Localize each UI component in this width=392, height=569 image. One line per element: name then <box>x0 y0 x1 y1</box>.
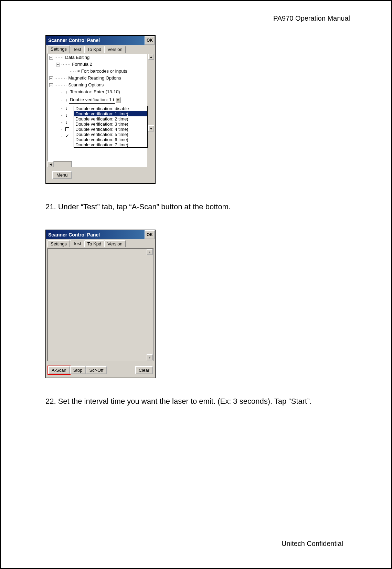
scroll-down-button[interactable]: ▼ <box>148 125 154 131</box>
tab-test[interactable]: Test <box>70 46 84 53</box>
content: Scanner Control Panel OK Settings Test T… <box>45 35 348 424</box>
verification-dropdown[interactable]: Double verification: disable Double veri… <box>74 106 148 148</box>
expander-minus-icon[interactable]: − <box>49 56 53 60</box>
expander-minus-icon[interactable]: − <box>56 63 60 66</box>
down-arrow-icon <box>65 97 68 102</box>
panel-body: −······ Data Editing −······ Formula 2 ·… <box>46 53 155 183</box>
menu-button[interactable]: Menu <box>52 171 72 179</box>
tree-label: Magnetic Reading Options <box>68 75 121 81</box>
tab-settings[interactable]: Settings <box>47 45 70 53</box>
output-area[interactable] <box>47 248 153 361</box>
titlebar: Scanner Control Panel OK <box>46 36 155 45</box>
dropdown-option[interactable]: Double verification: 6 time( <box>74 137 147 142</box>
screenshot-settings: Scanner Control Panel OK Settings Test T… <box>45 35 156 184</box>
dropdown-option[interactable]: Double verification: 2 time( <box>74 116 147 122</box>
down-arrow-icon <box>65 113 68 118</box>
down-arrow-icon <box>65 119 68 125</box>
tab-version[interactable]: Version <box>104 240 125 247</box>
horizontal-scrollbar[interactable]: ◄ <box>47 161 72 167</box>
ascan-button[interactable]: A-Scan <box>48 366 70 374</box>
tab-tokpd[interactable]: To Kpd <box>84 46 104 53</box>
tab-tokpd[interactable]: To Kpd <box>84 240 104 247</box>
tab-test[interactable]: Test <box>70 240 84 247</box>
ok-button[interactable]: OK <box>145 230 155 239</box>
clear-button[interactable]: Clear <box>135 366 153 374</box>
checkmark-icon <box>65 133 69 138</box>
dropdown-option[interactable]: Double verification: 3 time( <box>74 122 147 127</box>
down-arrow-icon <box>65 89 68 94</box>
button-row: A-Scan Stop Scr-Off Clear <box>48 366 153 374</box>
tree-label: Scanning Options <box>68 82 104 87</box>
step-22-text: 22. Set the interval time you want the l… <box>45 396 348 407</box>
page: PA970 Operation Manual Scanner Control P… <box>0 0 392 569</box>
step-21-text: 21. Under “Test” tab, tap “A-Scan” butto… <box>45 201 348 212</box>
scroll-up-button[interactable]: ▲ <box>147 249 153 255</box>
panel-body: ▲ ▼ A-Scan Stop Scr-Off Clear <box>46 247 155 378</box>
dropdown-button[interactable]: ▼ <box>115 97 121 103</box>
tree-label: Data Editing <box>65 55 89 60</box>
verification-combo[interactable]: Double verification: 1 t <box>69 97 115 104</box>
tab-version[interactable]: Version <box>104 46 125 53</box>
stop-button[interactable]: Stop <box>70 366 86 374</box>
scroff-button[interactable]: Scr-Off <box>86 366 107 374</box>
tab-settings[interactable]: Settings <box>47 240 70 247</box>
scroll-left-button[interactable]: ◄ <box>47 161 54 167</box>
tree-label: For: barcodes or inputs <box>81 69 127 74</box>
dropdown-option[interactable]: Double verification: disable <box>74 106 147 111</box>
scroll-down-button[interactable]: ▼ <box>147 354 153 360</box>
tree-view[interactable]: −······ Data Editing −······ Formula 2 ·… <box>47 54 147 167</box>
dropdown-option-selected[interactable]: Double verification: 1 time( <box>74 111 147 116</box>
screenshot-test: Scanner Control Panel OK Settings Test T… <box>45 230 156 378</box>
expander-plus-icon[interactable]: + <box>49 76 53 80</box>
page-header: PA970 Operation Manual <box>273 14 350 22</box>
titlebar: Scanner Control Panel OK <box>46 230 155 239</box>
down-arrow-icon <box>65 106 68 111</box>
dropdown-option[interactable]: Double verification: 5 time( <box>74 132 147 137</box>
scroll-track[interactable] <box>54 161 72 167</box>
tree-label: Formula 2 <box>72 62 92 67</box>
page-footer: Unitech Confidential <box>282 540 343 548</box>
tab-row: Settings Test To Kpd Version <box>46 239 155 247</box>
window-title: Scanner Control Panel <box>46 230 145 239</box>
tab-row: Settings Test To Kpd Version <box>46 45 155 53</box>
dropdown-option[interactable]: Double verification: 7 time( <box>74 142 147 147</box>
dropdown-option[interactable]: Double verification: 4 time( <box>74 127 147 132</box>
window-title: Scanner Control Panel <box>46 36 145 45</box>
checkbox-icon <box>65 127 69 131</box>
ok-button[interactable]: OK <box>145 36 155 45</box>
expander-minus-icon[interactable]: − <box>49 83 53 87</box>
tree-label: Terminator: Enter (13-10) <box>70 89 120 94</box>
approx-icon <box>77 69 80 74</box>
scroll-up-button[interactable]: ▲ <box>148 54 154 60</box>
